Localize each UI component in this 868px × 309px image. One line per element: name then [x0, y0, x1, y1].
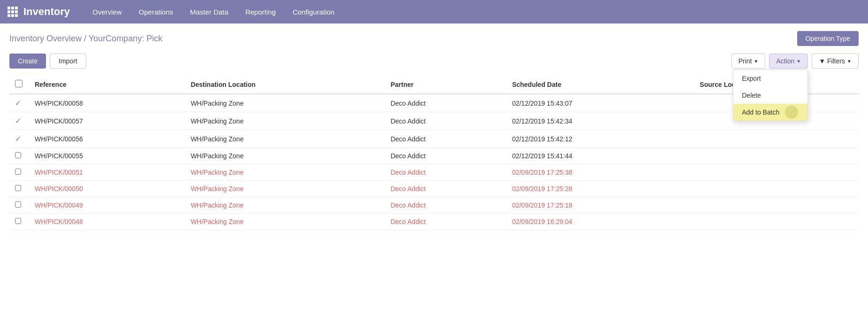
row-source	[694, 181, 859, 197]
breadcrumb-part1[interactable]: Inventory Overview	[9, 34, 82, 43]
row-scheduled-date: 02/09/2019 16:29:04	[506, 214, 694, 230]
breadcrumb-row: Inventory Overview / YourCompany: Pick O…	[9, 31, 859, 46]
row-partner: Deco Addict	[385, 197, 506, 214]
action-caret-icon: ▼	[796, 59, 801, 64]
table-row: ✓WH/PICK/00058WH/Packing ZoneDeco Addict…	[9, 94, 859, 112]
row-reference[interactable]: WH/PICK/00058	[29, 94, 185, 112]
row-reference[interactable]: WH/PICK/00050	[29, 181, 185, 197]
row-partner: Deco Addict	[385, 148, 506, 164]
row-done-icon: ✓	[15, 116, 23, 125]
breadcrumb-part2[interactable]: YourCompany: Pick	[89, 34, 162, 43]
col-destination: Destination Location	[185, 75, 385, 94]
row-source	[694, 197, 859, 214]
col-partner: Partner	[385, 75, 506, 94]
nav-configuration[interactable]: Configuration	[285, 5, 342, 19]
row-check-cell: ✓	[9, 130, 29, 148]
table-row: WH/PICK/00049WH/Packing ZoneDeco Addict0…	[9, 197, 859, 214]
breadcrumb-sep: /	[82, 34, 89, 43]
select-all-checkbox[interactable]	[15, 80, 23, 87]
table-row: WH/PICK/00050WH/Packing ZoneDeco Addict0…	[9, 181, 859, 197]
filters-button[interactable]: ▼ Filters ▼	[812, 54, 859, 69]
toolbar-right: Print ▼ Action ▼ Export Delete Add to Ba…	[731, 54, 859, 69]
row-check-cell: ✓	[9, 94, 29, 112]
row-checkbox[interactable]	[15, 152, 21, 158]
filters-label: ▼ Filters	[819, 57, 845, 65]
row-destination: WH/Packing Zone	[185, 197, 385, 214]
row-source	[694, 148, 859, 164]
row-checkbox[interactable]	[15, 218, 21, 224]
row-source	[694, 164, 859, 181]
row-scheduled-date: 02/09/2019 17:25:38	[506, 164, 694, 181]
row-source	[694, 130, 859, 148]
row-scheduled-date: 02/12/2019 15:43:07	[506, 94, 694, 112]
row-check-cell	[9, 181, 29, 197]
main-content: Inventory Overview / YourCompany: Pick O…	[0, 23, 868, 309]
row-reference[interactable]: WH/PICK/00057	[29, 112, 185, 130]
row-destination: WH/Packing Zone	[185, 112, 385, 130]
table-header: Reference Destination Location Partner S…	[9, 75, 859, 94]
table-row: WH/PICK/00055WH/Packing ZoneDeco Addict0…	[9, 148, 859, 164]
print-button[interactable]: Print ▼	[731, 54, 766, 69]
row-done-icon: ✓	[15, 99, 23, 108]
create-button[interactable]: Create	[9, 54, 46, 69]
row-checkbox[interactable]	[15, 201, 21, 208]
cursor-indicator	[785, 106, 798, 119]
row-check-cell	[9, 148, 29, 164]
action-delete[interactable]: Delete	[733, 87, 807, 104]
row-reference[interactable]: WH/PICK/00051	[29, 164, 185, 181]
table-row: WH/PICK/00048WH/Packing ZoneDeco Addict0…	[9, 214, 859, 230]
import-button[interactable]: Import	[50, 54, 86, 69]
row-scheduled-date: 02/12/2019 15:42:12	[506, 130, 694, 148]
row-destination: WH/Packing Zone	[185, 130, 385, 148]
breadcrumb: Inventory Overview / YourCompany: Pick	[9, 34, 162, 44]
action-dropdown-menu: Export Delete Add to Batch	[733, 70, 808, 121]
row-destination: WH/Packing Zone	[185, 148, 385, 164]
table-row: WH/PICK/00051WH/Packing ZoneDeco Addict0…	[9, 164, 859, 181]
action-export[interactable]: Export	[733, 70, 807, 87]
row-partner: Deco Addict	[385, 214, 506, 230]
app-title[interactable]: Inventory	[23, 6, 70, 18]
action-add-to-batch[interactable]: Add to Batch	[733, 104, 807, 121]
filters-caret-icon: ▼	[847, 59, 852, 64]
nav-master-data[interactable]: Master Data	[183, 5, 236, 19]
top-navigation: Inventory Overview Operations Master Dat…	[0, 0, 868, 23]
row-source	[694, 214, 859, 230]
row-reference[interactable]: WH/PICK/00049	[29, 197, 185, 214]
row-check-cell	[9, 164, 29, 181]
action-dropdown-wrapper: Action ▼ Export Delete Add to Batch	[769, 54, 808, 69]
table-row: ✓WH/PICK/00056WH/Packing ZoneDeco Addict…	[9, 130, 859, 148]
toolbar: Create Import Print ▼ Action ▼ Export De…	[9, 54, 859, 69]
action-button[interactable]: Action ▼	[769, 54, 808, 69]
table-row: ✓WH/PICK/00057WH/Packing ZoneDeco Addict…	[9, 112, 859, 130]
print-caret-icon: ▼	[754, 59, 759, 64]
row-partner: Deco Addict	[385, 130, 506, 148]
nav-operations[interactable]: Operations	[131, 5, 181, 19]
row-scheduled-date: 02/12/2019 15:41:44	[506, 148, 694, 164]
row-partner: Deco Addict	[385, 181, 506, 197]
row-check-cell	[9, 197, 29, 214]
col-reference: Reference	[29, 75, 185, 94]
row-check-cell	[9, 214, 29, 230]
grid-icon[interactable]	[8, 7, 18, 17]
row-scheduled-date: 02/12/2019 15:42:34	[506, 112, 694, 130]
nav-overview[interactable]: Overview	[85, 5, 129, 19]
row-destination: WH/Packing Zone	[185, 94, 385, 112]
operation-type-button[interactable]: Operation Type	[797, 31, 859, 46]
row-reference[interactable]: WH/PICK/00048	[29, 214, 185, 230]
col-scheduled-date: Scheduled Date	[506, 75, 694, 94]
action-label: Action	[776, 57, 794, 65]
row-checkbox[interactable]	[15, 185, 21, 191]
row-partner: Deco Addict	[385, 164, 506, 181]
row-reference[interactable]: WH/PICK/00056	[29, 130, 185, 148]
row-scheduled-date: 02/09/2019 17:25:18	[506, 197, 694, 214]
row-destination: WH/Packing Zone	[185, 214, 385, 230]
row-reference[interactable]: WH/PICK/00055	[29, 148, 185, 164]
row-scheduled-date: 02/09/2019 17:25:28	[506, 181, 694, 197]
row-checkbox[interactable]	[15, 169, 21, 175]
print-label: Print	[739, 57, 752, 65]
table-body: ✓WH/PICK/00058WH/Packing ZoneDeco Addict…	[9, 94, 859, 230]
row-destination: WH/Packing Zone	[185, 164, 385, 181]
row-done-icon: ✓	[15, 134, 23, 143]
nav-reporting[interactable]: Reporting	[238, 5, 283, 19]
col-select-all[interactable]	[9, 75, 29, 94]
